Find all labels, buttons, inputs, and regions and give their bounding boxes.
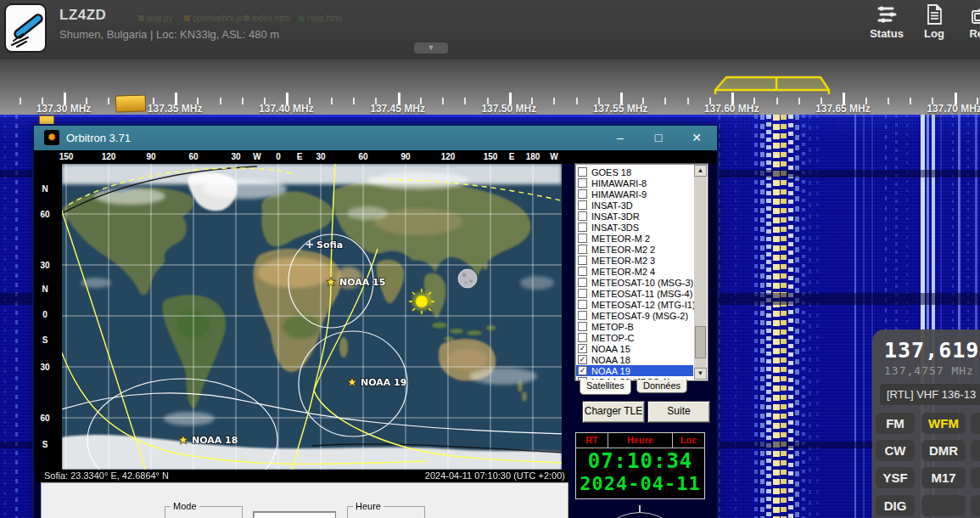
panel-collapse-button[interactable]: ▼ <box>414 42 448 53</box>
scrollbar[interactable]: ▲ ▼ <box>694 165 707 380</box>
satellite-name: NOAA 18 <box>591 355 630 365</box>
longitude-label: 120 <box>441 152 456 161</box>
minimize-button[interactable]: – <box>607 128 634 147</box>
satellite-checkbox[interactable] <box>578 234 587 243</box>
satellite-list-item[interactable]: HIMAWARI-9 <box>576 189 693 200</box>
orbitron-app-icon: ✹ <box>44 130 59 145</box>
satellite-list-item[interactable]: INSAT-3DS <box>576 222 693 233</box>
satellite-list-item[interactable]: ✓NOAA 18 <box>576 354 693 365</box>
satellite-list-item[interactable]: METOP-C <box>576 332 693 343</box>
satellite-list-item[interactable]: METEOR-M2 4 <box>576 266 693 277</box>
file-icon <box>244 15 249 21</box>
satellite-checkbox[interactable] <box>578 178 587 188</box>
header-bar: LZ4ZD Shumen, Bulgaria | Loc: KN33lg, AS… <box>0 0 980 59</box>
longitude-label: W <box>550 152 557 161</box>
scroll-down-button[interactable]: ▼ <box>694 368 707 380</box>
map-ruler-longitude: 150120906030W0E306090120150E180W <box>34 150 717 164</box>
satellite-list-item[interactable]: METEOSAT-12 (MTG-I1) <box>576 299 693 310</box>
world-map[interactable]: Sofia NOAA 15NOAA 19NOAA 18 <box>62 164 562 470</box>
latitude-label: 60 <box>34 210 56 219</box>
scale-tick <box>331 98 333 104</box>
satellite-name: METEOR-M2 3 <box>591 256 655 266</box>
nav-status[interactable]: Status <box>864 3 910 40</box>
satellite-checkbox[interactable] <box>578 256 587 265</box>
satellite-checkbox[interactable] <box>578 189 587 199</box>
satellite-list-item[interactable]: METEOSAT-9 (MSG-2) <box>576 310 693 321</box>
satellite-checkbox[interactable] <box>578 167 587 177</box>
close-button[interactable]: ✕ <box>683 128 710 147</box>
charger-tle-button[interactable]: Charger TLE <box>582 401 645 423</box>
satellite-checkbox[interactable] <box>578 211 587 221</box>
status-observer-position: Sofia: 23.3340° E, 42.6864° N <box>44 470 169 482</box>
longitude-label: 150 <box>484 152 498 161</box>
satellite-list-item[interactable]: METOP-B <box>576 321 693 332</box>
profile-selector[interactable]: [RTL] VHF 136-13 <box>880 384 980 405</box>
satellite-list[interactable]: GOES 18HIMAWARI-8HIMAWARI-9INSAT-3DINSAT… <box>574 163 708 381</box>
orbitron-titlebar[interactable]: ✹ Orbitron 3.71 – □ ✕ <box>34 126 717 150</box>
maximize-button[interactable]: □ <box>645 128 672 147</box>
mode-input-field[interactable] <box>253 511 336 518</box>
openwebrx-logo <box>4 3 47 53</box>
frequency-scale[interactable]: 137.30 MHz137.35 MHz137.40 MHz137.45 MHz… <box>0 59 980 115</box>
mode-button-m17[interactable]: M17 <box>921 467 966 488</box>
mode-button-ysf[interactable]: YSF <box>876 467 915 488</box>
passband-indicator[interactable] <box>704 72 840 106</box>
satellite-name: INSAT-3DR <box>591 211 640 222</box>
mode-button[interactable] <box>971 467 980 488</box>
nav-log[interactable]: Log <box>918 3 950 40</box>
satellite-list-item[interactable]: METEOR-M2 3 <box>576 255 693 266</box>
mode-button-wfm[interactable]: WFM <box>921 413 966 434</box>
satellite-list-item[interactable]: METEOSAT-11 (MSG-4) <box>576 288 693 299</box>
mode-button[interactable] <box>971 495 980 516</box>
clock-mode-rt[interactable]: RT <box>576 433 608 448</box>
satellite-checkbox[interactable]: ✓ <box>578 344 587 353</box>
receiver-panel: 137,6198M 137,4757 MHz [RTL] VHF 136-13 … <box>872 329 980 518</box>
satellite-list-item[interactable]: INSAT-3DR <box>576 211 693 222</box>
mode-button-cw[interactable]: CW <box>876 440 915 461</box>
scroll-thumb[interactable] <box>695 326 706 358</box>
tuned-frequency[interactable]: 137,6198M <box>884 338 980 363</box>
satellite-list-item[interactable]: ✓NOAA 15 <box>576 343 693 354</box>
satellite-list-item[interactable]: HIMAWARI-8 <box>576 177 693 189</box>
suite-button[interactable]: Suite <box>647 401 710 423</box>
satellite-checkbox[interactable] <box>578 322 587 331</box>
satellite-list-item[interactable]: ✓NOAA 19 <box>576 365 693 376</box>
satellite-checkbox[interactable] <box>578 300 587 309</box>
satellite-checkbox[interactable] <box>578 245 587 254</box>
satellite-checkbox[interactable] <box>578 333 587 342</box>
mode-button-fm[interactable]: FM <box>876 413 915 434</box>
satellite-list-item[interactable]: GOES 18 <box>576 166 693 177</box>
satellite-checkbox[interactable] <box>578 289 587 298</box>
bookmark-marker[interactable] <box>115 94 147 112</box>
mode-button-dig[interactable]: DIG <box>876 495 915 516</box>
clock-mode-heure[interactable]: Heure <box>608 433 673 448</box>
satellite-list-item[interactable]: METEOSAT-10 (MSG-3) <box>576 277 693 288</box>
satellite-checkbox[interactable] <box>578 278 587 287</box>
tab-satellites[interactable]: Satellites <box>580 380 631 395</box>
mode-button-a[interactable]: A <box>971 413 980 434</box>
satellite-checkbox[interactable] <box>578 267 587 276</box>
clock-panel: RT Heure Loc 07:10:34 2024-04-11 <box>575 432 705 499</box>
satellite-checkbox[interactable]: ✓ <box>578 366 587 375</box>
satellite-label: NOAA 15 <box>339 277 385 288</box>
clock-mode-loc[interactable]: Loc <box>673 433 704 448</box>
scale-tick <box>664 98 666 104</box>
longitude-label: E <box>297 152 303 161</box>
satellite-list-item[interactable]: METEOR-M2 2 <box>576 244 693 255</box>
satellite-checkbox[interactable] <box>578 311 587 320</box>
satellite-list-item[interactable]: INSAT-3D <box>576 200 693 211</box>
mode-button[interactable] <box>971 440 980 461</box>
scale-frequency-label: 137.40 MHz <box>259 103 314 115</box>
mode-button[interactable] <box>921 495 966 516</box>
scroll-up-button[interactable]: ▲ <box>694 165 707 177</box>
tab-donnees[interactable]: Données <box>636 380 687 393</box>
satellite-checkbox[interactable]: ✓ <box>578 355 587 364</box>
satellite-list-item[interactable]: METEOR-M 2 <box>576 233 693 244</box>
mode-button-dmr[interactable]: DMR <box>921 440 966 461</box>
satellite-checkbox[interactable] <box>578 200 587 210</box>
nav-rece[interactable]: Rece <box>957 3 980 40</box>
file-icon <box>138 15 144 21</box>
satellite-name: INSAT-3DS <box>591 222 639 233</box>
satellite-name: METEOSAT-10 (MSG-3) <box>591 278 693 288</box>
satellite-checkbox[interactable] <box>578 222 587 232</box>
